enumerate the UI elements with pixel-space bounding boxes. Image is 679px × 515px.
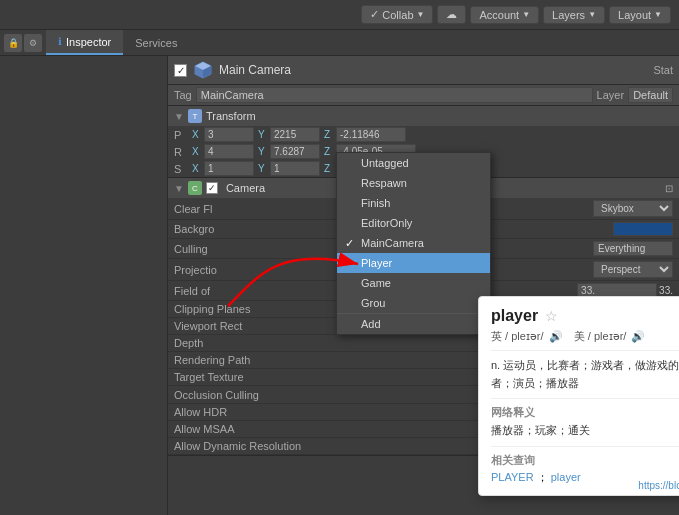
tab-services[interactable]: Services [123, 30, 189, 55]
camera-triangle-icon: ▼ [174, 183, 184, 194]
camera-enabled-check[interactable]: ✓ [206, 182, 218, 194]
dict-url: https://blog.csdn.net/W1945521 [638, 480, 679, 491]
rot-x-input[interactable] [204, 144, 254, 159]
layer-label: Layer [597, 89, 625, 101]
tag-label: Tag [174, 89, 192, 101]
transform-label: Transform [206, 110, 673, 122]
layer-dropdown[interactable]: Default [628, 87, 673, 103]
position-label: P [174, 129, 188, 141]
dict-related-title: 相关查询 [491, 453, 679, 468]
layers-label: Layers [552, 9, 585, 21]
sz-label: Z [324, 163, 334, 174]
tag-maincamera[interactable]: MainCamera [337, 233, 490, 253]
dict-player-caps-link[interactable]: PLAYER [491, 471, 534, 483]
lock-icon-btn[interactable]: 🔒 [4, 34, 22, 52]
pos-x-input[interactable] [204, 127, 254, 142]
account-arrow-icon: ▼ [522, 10, 530, 19]
tab-inspector-label: Inspector [66, 36, 111, 48]
camera-collapse-icon: ⊡ [665, 183, 673, 194]
cube-icon [193, 60, 213, 80]
scale-y-input[interactable] [270, 161, 320, 176]
transform-icon: T [188, 109, 202, 123]
camera-icon: C [188, 181, 202, 195]
dictionary-tooltip: 更多释义» player ☆ 英 / pleɪər/ 🔊 美 / pleɪər/… [478, 296, 679, 496]
scale-label: S [174, 163, 188, 175]
top-toolbar: ✓ Collab ▼ ☁ Account ▼ Layers ▼ Layout ▼ [0, 0, 679, 30]
tag-value-text: MainCamera [201, 89, 264, 101]
tag-dropdown[interactable]: MainCamera [196, 87, 593, 103]
background-color-swatch[interactable] [613, 222, 673, 236]
layers-button[interactable]: Layers ▼ [543, 6, 605, 24]
triangle-icon: ▼ [174, 111, 184, 122]
tag-untagged[interactable]: Untagged [337, 153, 490, 173]
tab-bar: 🔒 ⚙ ℹ Inspector Services [0, 30, 679, 56]
check-icon: ✓ [177, 65, 185, 76]
x-label: X [192, 129, 202, 140]
tag-game[interactable]: Game [337, 273, 490, 293]
tag-finish[interactable]: Finish [337, 193, 490, 213]
collab-button[interactable]: ✓ Collab ▼ [361, 5, 433, 24]
pos-z-input[interactable] [336, 127, 406, 142]
dict-uk-sound-icon[interactable]: 🔊 [549, 330, 563, 342]
rot-y-group: Y [258, 144, 320, 159]
tag-dropdown-menu: Untagged Respawn Finish EditorOnly MainC… [336, 152, 491, 335]
main-area: ✓ Main Camera Stat Tag MainCamera Laye [0, 56, 679, 515]
layout-label: Layout [618, 9, 651, 21]
collab-arrow-icon: ▼ [417, 10, 425, 19]
rx-label: X [192, 146, 202, 157]
transform-position-row: P X Y Z [168, 126, 679, 143]
dict-phonetic: 英 / pleɪər/ 🔊 美 / pleɪər/ 🔊 [491, 329, 679, 344]
pos-y-group: Y [258, 127, 320, 142]
y-label: Y [258, 129, 268, 140]
dict-uk-phonetic: 英 / pleɪər/ [491, 330, 544, 342]
settings-icon-btn[interactable]: ⚙ [24, 34, 42, 52]
sy-label: Y [258, 163, 268, 174]
rot-y-input[interactable] [270, 144, 320, 159]
account-label: Account [479, 9, 519, 21]
gameobject-header: ✓ Main Camera Stat [168, 56, 679, 85]
gameobject-name: Main Camera [219, 63, 647, 77]
collab-label: Collab [382, 9, 413, 21]
pos-y-input[interactable] [270, 127, 320, 142]
scale-x-input[interactable] [204, 161, 254, 176]
sx-label: X [192, 163, 202, 174]
culling-mask[interactable]: Everything [593, 241, 673, 256]
dict-us-phonetic: 美 / pleɪər/ [574, 330, 627, 342]
layout-button[interactable]: Layout ▼ [609, 6, 671, 24]
dict-star-button[interactable]: ☆ [545, 308, 558, 324]
tab-icons: 🔒 ⚙ [0, 30, 46, 55]
tag-respawn[interactable]: Respawn [337, 173, 490, 193]
layout-arrow-icon: ▼ [654, 10, 662, 19]
sidebar-content [0, 56, 167, 64]
layer-value-text: Default [633, 89, 668, 101]
gameobject-enabled-checkbox[interactable]: ✓ [174, 64, 187, 77]
account-button[interactable]: Account ▼ [470, 6, 539, 24]
fov-extra: 33. [659, 285, 673, 296]
transform-header[interactable]: ▼ T Transform [168, 106, 679, 126]
cloud-icon: ☁ [446, 8, 457, 21]
tab-inspector[interactable]: ℹ Inspector [46, 30, 123, 55]
clear-flags-dropdown[interactable]: Skybox [593, 200, 673, 217]
checkmark-icon: ✓ [370, 8, 379, 21]
rotation-label: R [174, 146, 188, 158]
cloud-button[interactable]: ☁ [437, 5, 466, 24]
pos-z-group: Z [324, 127, 406, 142]
tag-add[interactable]: Add [337, 313, 490, 334]
inspector-panel: ✓ Main Camera Stat Tag MainCamera Laye [168, 56, 679, 515]
rz-label: Z [324, 146, 334, 157]
tag-group[interactable]: Grou [337, 293, 490, 313]
tag-player[interactable]: Player [337, 253, 490, 273]
layers-arrow-icon: ▼ [588, 10, 596, 19]
tab-services-label: Services [135, 37, 177, 49]
dict-definition: n. 运动员，比赛者；游戏者，做游戏的人；演奏者，表演者；演员；播放器 [491, 357, 679, 392]
dict-player-lower-link[interactable]: player [551, 471, 581, 483]
tag-editoronly[interactable]: EditorOnly [337, 213, 490, 233]
dict-us-sound-icon[interactable]: 🔊 [631, 330, 645, 342]
dict-network-title: 网络释义 [491, 405, 679, 420]
scale-x-group: X [192, 161, 254, 176]
rot-x-group: X [192, 144, 254, 159]
static-label: Stat [653, 64, 673, 76]
left-sidebar [0, 56, 168, 515]
tag-layer-row: Tag MainCamera Layer Default [168, 85, 679, 106]
projection-dropdown[interactable]: Perspect [593, 261, 673, 278]
